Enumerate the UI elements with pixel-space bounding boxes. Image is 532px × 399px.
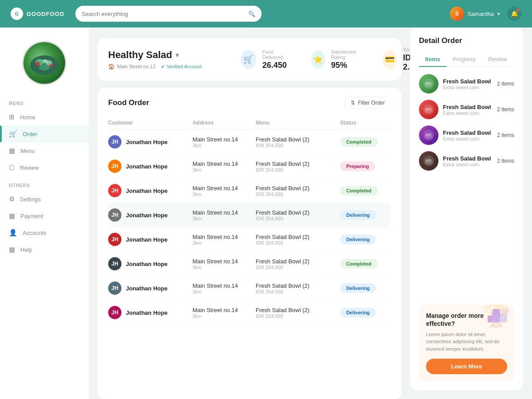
menu-price: IDR 254.000 — [256, 216, 340, 221]
sidebar-item-home[interactable]: ⊞ Home — [0, 109, 89, 125]
customer-avatar: JH — [108, 257, 121, 270]
customer-cell: JH Jonathan Hope — [108, 208, 192, 222]
customer-name: Jonathan Hope — [126, 139, 168, 145]
customer-cell: JH Jonathan Hope — [108, 306, 192, 319]
tab-review[interactable]: Review — [482, 52, 513, 67]
status-cell: Completed — [340, 259, 391, 269]
search-input[interactable] — [82, 11, 245, 17]
order-item-name: Fresh Salad Bowl — [443, 155, 493, 162]
order-item-image — [419, 100, 438, 119]
learn-more-button[interactable]: Learn More — [426, 359, 507, 374]
address-main: Main Street no.14 — [192, 307, 256, 313]
user-name: Samantha — [468, 11, 494, 17]
satisfaction-label: Satisfaction Rating — [331, 49, 361, 60]
promo-card: 🏆 Manage order more effective? Lorem ips… — [419, 305, 514, 381]
svg-point-18 — [429, 133, 431, 136]
user-area[interactable]: S Samantha ▾ — [450, 7, 500, 21]
restaurant-dropdown-icon[interactable]: ▾ — [176, 51, 179, 59]
customer-avatar: JH — [108, 135, 121, 149]
table-row[interactable]: JH Jonathan Hope Main Street no.14 3km F… — [108, 154, 391, 179]
table-row[interactable]: JH Jonathan Hope Main Street no.14 3km F… — [108, 130, 391, 154]
table-row[interactable]: JH Jonathan Hope Main Street no.14 3km F… — [108, 227, 391, 252]
address-distance: 3km — [192, 313, 256, 319]
detail-order-title: Detail Order — [419, 36, 514, 45]
restaurant-address: Main Street no.12 — [117, 64, 156, 69]
order-item-name: Fresh Salad Bowl — [443, 104, 493, 110]
menu-price: IDR 254.000 — [256, 289, 340, 294]
customer-avatar: JH — [108, 233, 121, 246]
order-item-sub: Extra sweet corn — [443, 85, 493, 90]
status-cell: Delivering — [340, 210, 391, 220]
sidebar-item-help[interactable]: ▦ Help — [0, 241, 89, 258]
menu-name: Fresh Salad Bowl (2) — [256, 282, 340, 289]
notification-button[interactable]: 🔔 — [507, 7, 521, 21]
verified-icon: ✔ — [161, 64, 165, 70]
search-bar[interactable]: 🔍 — [75, 6, 262, 22]
address-icon: 🏠 — [108, 63, 115, 70]
balance-value: IDR 2.560.800 — [403, 53, 410, 72]
sidebar-item-label: Settings — [20, 196, 41, 203]
table-row[interactable]: JH Jonathan Hope Main Street no.14 3km F… — [108, 301, 391, 325]
sidebar-item-accounts[interactable]: 👤 Accounts — [0, 224, 89, 241]
address-cell: Main Street no.14 3km — [192, 160, 256, 172]
customer-avatar: JH — [108, 208, 121, 222]
sidebar-item-payment[interactable]: ▦ Payment — [0, 207, 89, 224]
accounts-icon: 👤 — [9, 229, 17, 237]
customer-cell: JH Jonathan Hope — [108, 184, 192, 197]
filter-button[interactable]: ⇅ Filter Order — [345, 97, 391, 109]
svg-rect-23 — [492, 309, 500, 322]
table-row[interactable]: JH Jonathan Hope Main Street no.14 3km F… — [108, 203, 391, 227]
food-delivered-label: Food Delivered — [262, 49, 290, 60]
menu-name: Fresh Salad Bowl (2) — [256, 136, 340, 143]
address-main: Main Street no.14 — [192, 209, 256, 216]
order-item-info: Fresh Salad Bowl Extra sweet corn — [443, 155, 493, 167]
logo-text: GOODFOOD — [27, 11, 64, 17]
food-delivered-icon: 🛒 — [241, 50, 256, 69]
order-icon: 🛒 — [9, 130, 17, 138]
svg-point-26 — [502, 308, 509, 315]
sidebar-item-menu[interactable]: ▦ Menu — [0, 142, 89, 159]
svg-point-9 — [426, 82, 429, 85]
sidebar-item-label: Payment — [20, 213, 43, 219]
stat-food-delivered: 🛒 Food Delivered 26.450 — [241, 49, 290, 70]
svg-point-6 — [43, 59, 48, 63]
satisfaction-icon: ⭐ — [311, 50, 325, 69]
customer-avatar: JH — [108, 184, 121, 197]
food-delivered-value: 26.450 — [262, 61, 290, 70]
customer-avatar: JH — [108, 306, 121, 319]
app-header: G GOODFOOD 🔍 S Samantha ▾ 🔔 — [0, 0, 532, 27]
address-main: Main Street no.14 — [192, 136, 256, 143]
svg-rect-24 — [500, 313, 507, 322]
menu-cell: Fresh Salad Bowl (2) IDR 254.000 — [256, 234, 340, 246]
status-cell: Delivering — [340, 283, 391, 293]
sidebar-item-review[interactable]: ⬡ Review — [0, 159, 89, 176]
address-cell: Main Street no.14 3km — [192, 282, 256, 294]
svg-point-3 — [39, 64, 50, 70]
address-distance: 3km — [192, 167, 256, 172]
address-cell: Main Street no.14 3km — [192, 136, 256, 148]
logo-area: G GOODFOOD — [11, 8, 68, 20]
sidebar-item-order[interactable]: 🛒 Order — [0, 125, 89, 142]
order-section: Food Order ⇅ Filter Order Customer Addre… — [98, 88, 401, 399]
tab-items[interactable]: Items — [419, 52, 446, 67]
tab-progress[interactable]: Progress — [446, 52, 482, 67]
sidebar-item-label: Accounts — [23, 230, 46, 236]
menu-cell: Fresh Salad Bowl (2) IDR 254.000 — [256, 258, 340, 270]
svg-point-22 — [429, 159, 431, 161]
status-badge: Completed — [340, 137, 378, 147]
settings-icon: ⚙ — [9, 195, 15, 203]
order-item-sub: Extra sweet corn — [443, 162, 493, 167]
customer-name: Jonathan Hope — [126, 188, 168, 194]
sidebar-item-settings[interactable]: ⚙ Settings — [0, 191, 89, 207]
order-title: Food Order — [108, 98, 149, 107]
table-row[interactable]: JH Jonathan Hope Main Street no.14 3km F… — [108, 179, 391, 203]
table-row[interactable]: JH Jonathan Hope Main Street no.14 3km F… — [108, 276, 391, 301]
menu-cell: Fresh Salad Bowl (2) IDR 254.000 — [256, 307, 340, 319]
satisfaction-value: 95% — [331, 61, 361, 70]
order-item-info: Fresh Salad Bowl Extra sweet corn — [443, 129, 493, 141]
svg-point-5 — [49, 63, 53, 67]
menu-price: IDR 254.000 — [256, 143, 340, 148]
order-item-image — [419, 125, 438, 145]
table-row[interactable]: JH Jonathan Hope Main Street no.14 3km F… — [108, 252, 391, 276]
customer-name: Jonathan Hope — [126, 212, 168, 219]
